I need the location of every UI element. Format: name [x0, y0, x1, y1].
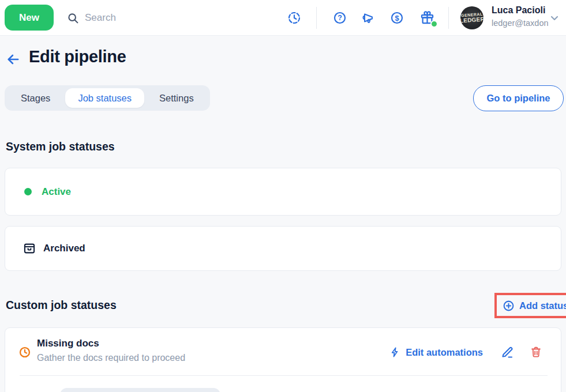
- go-to-pipeline-button[interactable]: Go to pipeline: [473, 85, 564, 111]
- topbar-divider: [448, 7, 449, 29]
- tab-settings[interactable]: Settings: [147, 88, 207, 108]
- status-clock-icon: [18, 346, 31, 359]
- notification-dot: [430, 20, 438, 28]
- custom-status-description: Gather the docs required to proceed: [37, 353, 185, 363]
- announcements-megaphone-icon[interactable]: [361, 11, 374, 25]
- partial-status-chip: [60, 388, 220, 392]
- tab-job-statuses[interactable]: Job statuses: [65, 88, 144, 108]
- topbar-divider: [316, 7, 317, 29]
- active-status-dot: [24, 188, 32, 195]
- pipeline-tabs: Stages Job statuses Settings: [5, 85, 210, 111]
- custom-status-card: Missing docs Gather the docs required to…: [5, 327, 561, 392]
- svg-text:?: ?: [338, 14, 342, 22]
- card-divider: [20, 375, 548, 376]
- user-email: ledger@taxdon: [492, 18, 549, 28]
- archive-box-icon: [23, 242, 36, 255]
- system-job-statuses-heading: System job statuses: [6, 140, 115, 153]
- new-button[interactable]: New: [5, 5, 54, 31]
- user-avatar[interactable]: GENERAL LEDGER: [460, 6, 483, 29]
- status-card-active: Active: [5, 168, 561, 216]
- edit-automations-label: Edit automations: [406, 347, 483, 358]
- status-card-archived: Archived: [5, 226, 561, 271]
- plus-circle-icon: [503, 300, 515, 312]
- search-icon: [67, 12, 79, 24]
- user-menu-chevron-down-icon[interactable]: [549, 12, 560, 24]
- add-status-button[interactable]: Add status: [494, 293, 566, 318]
- custom-status-actions: Edit automations: [389, 345, 543, 359]
- user-name: Luca Pacioli: [492, 5, 545, 16]
- back-arrow-icon[interactable]: [6, 52, 21, 67]
- top-navigation-bar: New ?: [0, 0, 566, 36]
- global-search[interactable]: [67, 9, 258, 27]
- edit-pencil-icon[interactable]: [500, 345, 514, 359]
- page-title: Edit pipeline: [29, 47, 126, 66]
- avatar-text: LEDGER: [460, 16, 483, 24]
- search-input[interactable]: [85, 9, 258, 27]
- add-status-label: Add status: [519, 300, 566, 311]
- svg-text:$: $: [395, 14, 399, 22]
- tab-stages[interactable]: Stages: [8, 88, 63, 108]
- billing-dollar-icon[interactable]: $: [390, 11, 404, 25]
- custom-job-statuses-heading: Custom job statuses: [6, 299, 117, 312]
- delete-trash-icon[interactable]: [530, 345, 543, 359]
- edit-pipeline-screen: New ?: [0, 0, 566, 392]
- time-history-icon[interactable]: [287, 11, 301, 25]
- help-icon[interactable]: ?: [333, 11, 347, 25]
- custom-status-title: Missing docs: [37, 338, 99, 349]
- edit-automations-button[interactable]: Edit automations: [389, 346, 483, 359]
- active-status-label: Active: [42, 186, 71, 198]
- gifts-icon[interactable]: [419, 10, 437, 27]
- archived-status-label: Archived: [43, 243, 85, 254]
- lightning-bolt-icon: [389, 346, 400, 359]
